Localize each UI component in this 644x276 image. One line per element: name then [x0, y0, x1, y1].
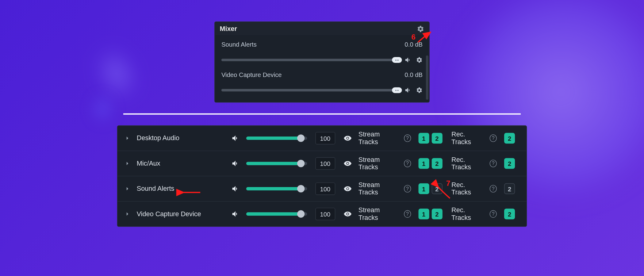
rec-tracks-help[interactable]: ? [490, 160, 497, 167]
stream-tracks-help[interactable]: ? [404, 210, 411, 218]
stream-tracks-group: 12 [418, 183, 442, 194]
stream-tracks-label: Stream Tracks [358, 181, 398, 196]
mixer-settings-button[interactable] [417, 25, 424, 33]
mute-button[interactable] [231, 185, 240, 193]
volume-input[interactable]: 100 [315, 182, 335, 195]
rec-track-toggle-2[interactable]: 2 [504, 183, 515, 194]
eye-icon [343, 210, 352, 218]
mixer-body: Sound Alerts 0.0 dB [215, 35, 429, 102]
volume-slider-thumb[interactable] [297, 160, 305, 167]
speaker-icon [231, 185, 240, 193]
mixer-source-name: Video Capture Device [221, 71, 282, 78]
stream-track-toggle-1[interactable]: 1 [418, 158, 429, 169]
rec-tracks-help[interactable]: ? [490, 185, 497, 192]
stream-track-toggle-1[interactable]: 1 [418, 209, 429, 219]
background-blob [92, 95, 113, 123]
speaker-icon [404, 56, 412, 63]
audio-source-name: Desktop Audio [137, 135, 227, 142]
monitor-button[interactable] [343, 159, 352, 168]
rec-tracks-label: Rec. Tracks [451, 156, 484, 171]
mixer-source-db: 0.0 dB [404, 41, 423, 48]
volume-slider[interactable] [246, 187, 307, 190]
stream-track-toggle-1[interactable]: 1 [418, 183, 429, 194]
audio-source-name: Video Capture Device [137, 210, 227, 218]
advanced-audio-row: Desktop Audio 100 Stream Tracks ? 12 Rec… [117, 126, 527, 151]
gear-icon [416, 87, 423, 94]
chevron-right-icon [124, 135, 131, 142]
rec-tracks-help[interactable]: ? [490, 135, 497, 142]
mixer-source-name: Sound Alerts [221, 41, 257, 48]
mixer-volume-slider[interactable] [221, 59, 400, 61]
volume-input[interactable]: 100 [315, 132, 335, 144]
mixer-source-settings-button[interactable] [416, 57, 423, 63]
rec-tracks-group: 2 [504, 209, 515, 219]
mixer-header: Mixer [215, 22, 429, 35]
rec-tracks-label: Rec. Tracks [451, 131, 484, 146]
rec-tracks-label: Rec. Tracks [451, 206, 484, 221]
mixer-row: Sound Alerts 0.0 dB [220, 37, 424, 67]
stream-tracks-group: 12 [418, 158, 442, 169]
mixer-source-db: 0.0 dB [404, 71, 423, 78]
monitor-button[interactable] [343, 185, 352, 193]
volume-input[interactable]: 100 [315, 208, 335, 220]
expand-row-button[interactable] [124, 186, 133, 192]
volume-input[interactable]: 100 [315, 157, 335, 170]
expand-row-button[interactable] [124, 211, 133, 217]
stream-tracks-help[interactable]: ? [404, 185, 411, 192]
advanced-audio-row: Mic/Aux 100 Stream Tracks ? 12 Rec. Trac… [117, 151, 527, 176]
stream-track-toggle-1[interactable]: 1 [418, 133, 429, 144]
stream-track-toggle-2[interactable]: 2 [431, 158, 442, 169]
advanced-audio-row: Video Capture Device 100 Stream Tracks ?… [117, 201, 527, 226]
stream-tracks-label: Stream Tracks [358, 206, 398, 221]
mute-button[interactable] [231, 159, 240, 168]
mixer-mute-button[interactable] [404, 56, 412, 63]
gear-icon [416, 57, 423, 63]
advanced-audio-row: Sound Alerts 100 Stream Tracks ? 12 Rec.… [117, 176, 527, 201]
mixer-slider-thumb[interactable] [392, 87, 402, 93]
rec-tracks-help[interactable]: ? [490, 210, 497, 218]
mixer-scrollbar[interactable] [426, 55, 428, 100]
advanced-audio-panel: Desktop Audio 100 Stream Tracks ? 12 Rec… [117, 125, 527, 227]
stream-tracks-help[interactable]: ? [404, 135, 411, 142]
stream-track-toggle-2[interactable]: 2 [431, 183, 442, 194]
monitor-button[interactable] [343, 210, 352, 218]
volume-slider[interactable] [246, 212, 307, 216]
stream-tracks-group: 12 [418, 133, 442, 144]
section-divider [123, 113, 521, 115]
mixer-slider-thumb[interactable] [392, 57, 402, 63]
audio-source-name: Sound Alerts [137, 185, 227, 192]
chevron-right-icon [124, 186, 131, 192]
gear-icon [417, 25, 424, 33]
monitor-button[interactable] [343, 134, 352, 142]
volume-slider[interactable] [246, 136, 307, 140]
volume-slider-thumb[interactable] [297, 135, 305, 142]
mixer-row: Video Capture Device 0.0 dB [220, 67, 424, 98]
volume-slider-thumb[interactable] [297, 185, 305, 192]
mixer-mute-button[interactable] [404, 86, 412, 94]
eye-icon [343, 159, 352, 168]
eye-icon [343, 185, 352, 193]
speaker-icon [231, 210, 240, 218]
rec-track-toggle-2[interactable]: 2 [504, 209, 515, 219]
mixer-title: Mixer [220, 25, 237, 33]
mute-button[interactable] [231, 134, 240, 142]
chevron-right-icon [124, 160, 131, 167]
mixer-panel: Mixer Sound Alerts 0.0 dB [214, 21, 430, 103]
chevron-right-icon [124, 211, 131, 217]
rec-tracks-group: 2 [504, 183, 515, 194]
rec-tracks-group: 2 [504, 158, 515, 169]
expand-row-button[interactable] [124, 135, 133, 142]
mute-button[interactable] [231, 210, 240, 218]
stream-tracks-help[interactable]: ? [404, 160, 411, 167]
mixer-source-settings-button[interactable] [416, 87, 423, 94]
mixer-volume-slider[interactable] [221, 89, 400, 91]
volume-slider[interactable] [246, 162, 307, 165]
eye-icon [343, 134, 352, 142]
stream-track-toggle-2[interactable]: 2 [431, 133, 442, 144]
rec-track-toggle-2[interactable]: 2 [504, 133, 515, 144]
speaker-icon [231, 134, 240, 142]
volume-slider-thumb[interactable] [297, 210, 305, 218]
stream-track-toggle-2[interactable]: 2 [431, 209, 442, 219]
rec-track-toggle-2[interactable]: 2 [504, 158, 515, 169]
expand-row-button[interactable] [124, 160, 133, 167]
